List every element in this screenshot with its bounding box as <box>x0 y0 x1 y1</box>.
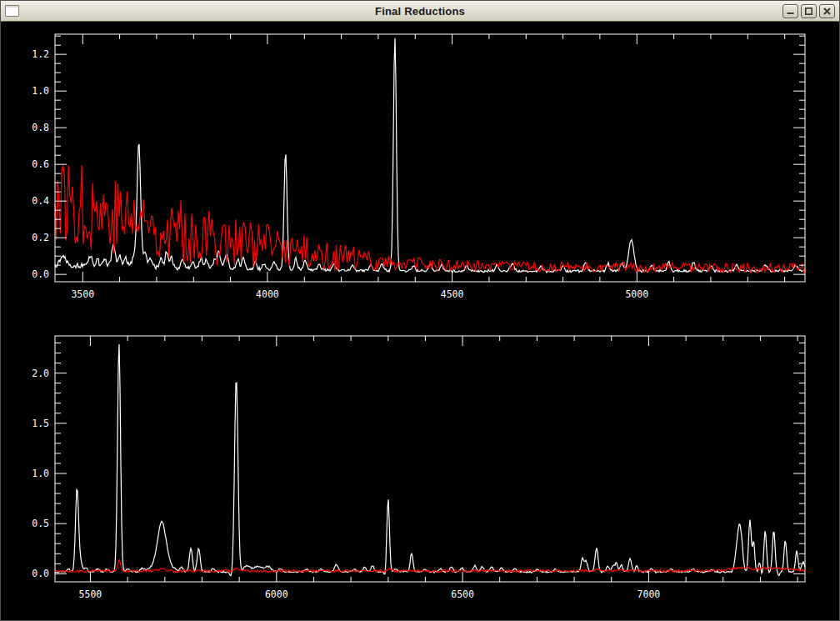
final-reductions-window: Final Reductions 35004000450050000.00.20… <box>0 0 840 621</box>
close-icon <box>823 8 831 15</box>
maximize-icon <box>805 8 812 15</box>
minimize-icon <box>787 8 794 15</box>
window-menu-icon[interactable] <box>5 5 19 17</box>
window-controls <box>782 4 835 18</box>
minimize-button[interactable] <box>782 4 798 18</box>
close-button[interactable] <box>819 4 835 18</box>
titlebar[interactable]: Final Reductions <box>1 1 839 22</box>
plot-client-area <box>1 22 839 620</box>
window-title: Final Reductions <box>1 5 839 18</box>
maximize-button[interactable] <box>801 4 817 18</box>
